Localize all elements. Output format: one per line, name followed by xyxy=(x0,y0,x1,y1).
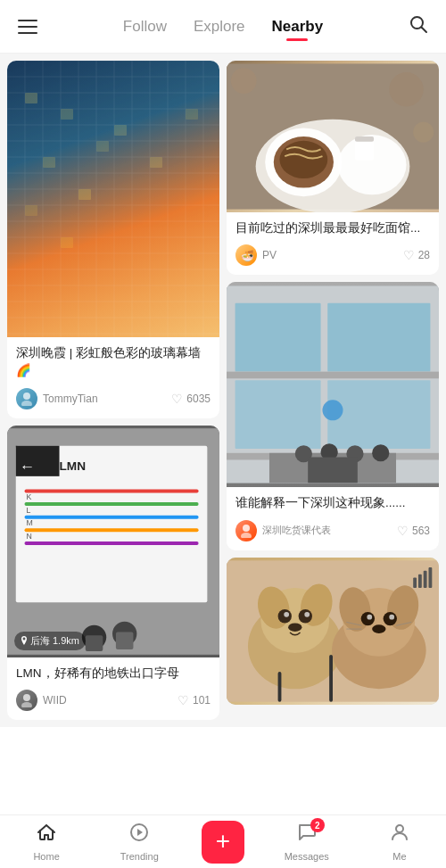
add-icon: + xyxy=(216,829,230,854)
messages-badge: 2 xyxy=(310,818,325,832)
card-building-image xyxy=(7,61,219,337)
svg-text:L: L xyxy=(26,505,30,514)
svg-rect-52 xyxy=(235,380,321,449)
card-food-image xyxy=(227,61,439,212)
heart-icon-food: ♡ xyxy=(403,248,415,262)
nav-explore[interactable]: Explore xyxy=(194,18,245,36)
svg-point-35 xyxy=(21,702,32,707)
svg-rect-10 xyxy=(25,205,37,216)
svg-rect-6 xyxy=(96,141,109,152)
card-food[interactable]: 目前吃过的深圳最最最好吃面馆... 🍜 PV ♡ xyxy=(227,61,439,275)
location-distance: 1.9km xyxy=(53,635,79,646)
svg-point-14 xyxy=(23,393,30,400)
bottom-nav: Home Trending + 2 Messages xyxy=(0,814,446,868)
tab-home-label: Home xyxy=(33,851,59,862)
svg-point-46 xyxy=(413,122,434,143)
card-store-footer: 深圳吃货课代表 ♡ 563 xyxy=(235,520,430,541)
card-subway-image: ← LMN xyxy=(7,426,219,657)
card-subway[interactable]: ← LMN xyxy=(7,426,219,720)
card-building-body: 深圳晚霞 | 彩虹般色彩的玻璃幕墙🌈 TommyTian ♡ xyxy=(7,337,219,418)
content-grid: 深圳晚霞 | 彩虹般色彩的玻璃幕墙🌈 TommyTian ♡ xyxy=(0,54,446,727)
author-name-shenzhen: 深圳吃货课代表 xyxy=(262,524,331,537)
likes-count-building: 6035 xyxy=(186,393,211,405)
card-subway-title: LMN，好稀有的地铁出口字母 xyxy=(16,665,211,682)
svg-rect-9 xyxy=(114,125,127,136)
svg-rect-21 xyxy=(25,489,199,492)
svg-point-56 xyxy=(322,401,343,421)
tab-messages[interactable]: 2 Messages xyxy=(260,822,353,862)
heart-icon: ♡ xyxy=(171,392,183,406)
svg-rect-62 xyxy=(308,458,358,484)
svg-point-72 xyxy=(284,611,289,616)
card-food-footer: 🍜 PV ♡ 28 xyxy=(235,244,430,266)
svg-rect-90 xyxy=(418,574,422,587)
svg-rect-53 xyxy=(327,380,430,449)
trending-icon xyxy=(128,822,150,848)
menu-button[interactable] xyxy=(18,20,37,34)
svg-rect-43 xyxy=(355,136,374,142)
tab-trending-label: Trending xyxy=(120,851,159,862)
svg-point-73 xyxy=(304,611,310,616)
svg-rect-12 xyxy=(186,109,198,120)
svg-rect-5 xyxy=(61,109,73,120)
author-name-pv: PV xyxy=(262,249,277,261)
main-nav: Follow Explore Nearby xyxy=(123,18,323,36)
heart-icon-subway: ♡ xyxy=(178,693,189,707)
tab-me[interactable]: Me xyxy=(353,822,446,862)
card-dogs[interactable] xyxy=(227,558,439,705)
home-icon xyxy=(36,822,57,848)
card-store[interactable]: 谁能解释一下深圳这种现象...... 深圳吃货课代表 ♡ xyxy=(227,282,439,550)
svg-rect-25 xyxy=(25,541,199,545)
tab-me-label: Me xyxy=(392,851,406,862)
svg-rect-24 xyxy=(25,528,199,532)
card-building-likes: ♡ 6035 xyxy=(171,392,211,406)
svg-point-74 xyxy=(288,623,301,632)
likes-count-subway: 101 xyxy=(193,694,211,707)
card-building-footer: TommyTian ♡ 6035 xyxy=(16,388,211,409)
add-button[interactable]: + xyxy=(202,821,244,864)
nav-follow[interactable]: Follow xyxy=(123,18,167,36)
tab-trending[interactable]: Trending xyxy=(93,822,186,862)
card-subway-footer: WIID ♡ 101 xyxy=(16,690,211,711)
svg-point-63 xyxy=(243,525,250,532)
svg-point-83 xyxy=(372,624,385,633)
location-badge: 后海 1.9km xyxy=(14,632,86,650)
svg-point-34 xyxy=(23,694,30,701)
search-button[interactable] xyxy=(409,14,428,38)
svg-rect-23 xyxy=(25,515,199,518)
svg-text:M: M xyxy=(26,518,32,527)
card-food-title: 目前吃过的深圳最最最好吃面馆... xyxy=(235,219,430,237)
likes-count-store: 563 xyxy=(412,525,430,537)
svg-rect-27 xyxy=(86,635,103,651)
svg-point-82 xyxy=(389,614,394,619)
svg-rect-92 xyxy=(428,567,432,588)
svg-point-41 xyxy=(280,141,328,178)
right-column: 目前吃过的深圳最最最好吃面馆... 🍜 PV ♡ xyxy=(227,61,439,720)
me-icon xyxy=(389,822,410,848)
svg-rect-8 xyxy=(78,189,91,200)
svg-rect-4 xyxy=(25,93,37,103)
card-store-title: 谁能解释一下深圳这种现象...... xyxy=(235,494,430,512)
svg-line-1 xyxy=(422,28,427,33)
card-food-body: 目前吃过的深圳最最最好吃面馆... 🍜 PV ♡ xyxy=(227,212,439,275)
card-store-author: 深圳吃货课代表 xyxy=(235,520,331,541)
svg-text:LMN: LMN xyxy=(60,459,87,473)
nav-nearby[interactable]: Nearby xyxy=(272,18,324,36)
svg-point-95 xyxy=(396,825,403,832)
svg-point-45 xyxy=(389,72,423,106)
svg-point-81 xyxy=(367,614,372,619)
tab-add[interactable]: + xyxy=(186,821,260,864)
heart-icon-store: ♡ xyxy=(397,524,409,538)
svg-text:←: ← xyxy=(20,457,36,475)
svg-rect-54 xyxy=(227,372,439,379)
svg-rect-89 xyxy=(413,577,417,588)
card-building[interactable]: 深圳晚霞 | 彩虹般色彩的玻璃幕墙🌈 TommyTian ♡ xyxy=(7,61,219,418)
card-building-title: 深圳晚霞 | 彩虹般色彩的玻璃幕墙🌈 xyxy=(16,344,211,381)
tab-home[interactable]: Home xyxy=(0,822,93,862)
svg-rect-3 xyxy=(7,61,219,337)
svg-rect-87 xyxy=(329,654,333,701)
svg-rect-13 xyxy=(61,237,73,248)
author-avatar-tommytian xyxy=(16,388,37,409)
card-dogs-image xyxy=(227,558,439,705)
svg-marker-94 xyxy=(137,829,143,836)
